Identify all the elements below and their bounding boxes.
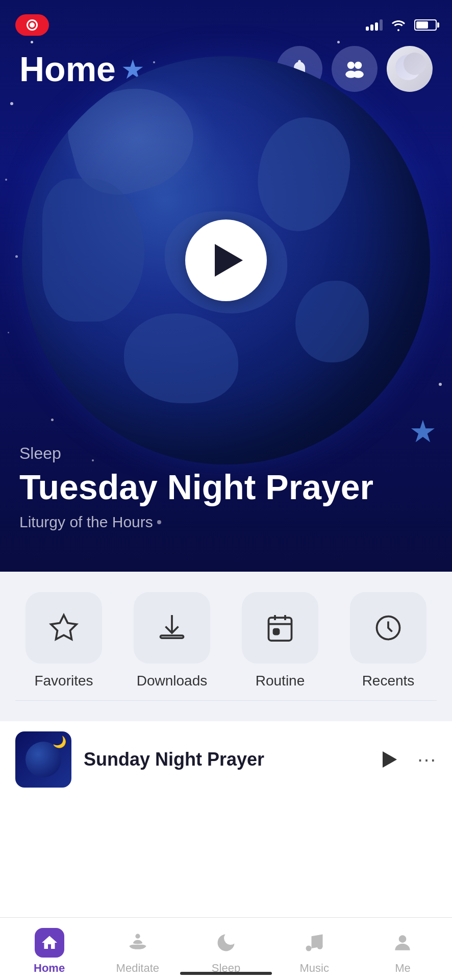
nav-item-meditate[interactable]: Meditate — [93, 928, 182, 975]
signal-bars-icon — [366, 19, 383, 31]
recording-pill — [15, 14, 49, 36]
nav-label-music: Music — [299, 962, 329, 975]
download-icon — [157, 612, 187, 643]
status-bar-left — [15, 14, 49, 36]
blue-star-decoration: ★ — [409, 413, 437, 449]
star-decoration — [31, 41, 33, 43]
recent-item: 🌙 Sunday Night Prayer ··· — [15, 731, 437, 788]
quick-item-recents[interactable]: Recents — [340, 592, 437, 689]
recent-section: 🌙 Sunday Night Prayer ··· — [0, 721, 452, 798]
calendar-icon — [265, 612, 295, 643]
sleep-moon-icon — [215, 932, 237, 954]
downloads-label: Downloads — [137, 673, 208, 689]
play-icon — [215, 244, 243, 277]
quick-access-grid: Favorites Downloads — [15, 592, 437, 689]
status-bar — [0, 0, 452, 41]
clock-icon — [373, 612, 404, 643]
recents-label: Recents — [362, 673, 415, 689]
music-icon — [303, 932, 325, 954]
recent-play-button[interactable] — [374, 744, 405, 775]
hero-title: Tuesday Night Prayer — [19, 468, 373, 506]
globe-illustration — [22, 56, 430, 464]
nav-item-me[interactable]: Me — [359, 928, 447, 975]
svg-point-12 — [306, 946, 312, 951]
nav-label-me: Me — [395, 962, 411, 975]
more-options-button[interactable]: ··· — [417, 749, 437, 771]
battery-icon — [414, 19, 437, 31]
moon-badge: 🌙 — [53, 736, 66, 749]
star-decoration — [8, 332, 9, 333]
quick-item-routine[interactable]: Routine — [232, 592, 329, 689]
nav-item-music[interactable]: Music — [270, 928, 359, 975]
nav-item-sleep[interactable]: Sleep — [182, 928, 270, 975]
favorites-label: Favorites — [34, 673, 93, 689]
svg-point-13 — [317, 944, 323, 949]
recent-thumbnail: 🌙 — [15, 731, 71, 788]
svg-point-14 — [399, 935, 407, 943]
star-decoration — [5, 179, 7, 181]
meditate-icon — [127, 932, 149, 954]
quick-item-favorites[interactable]: Favorites — [15, 592, 112, 689]
nav-label-meditate: Meditate — [116, 962, 159, 975]
recent-info: Sunday Night Prayer — [84, 749, 362, 770]
svg-rect-4 — [161, 635, 184, 638]
play-button[interactable] — [185, 219, 267, 301]
star-decoration — [15, 255, 18, 258]
me-icon — [391, 932, 414, 954]
routine-label: Routine — [256, 673, 305, 689]
wifi-icon — [390, 18, 407, 32]
svg-rect-9 — [274, 629, 279, 634]
recent-title: Sunday Night Prayer — [84, 749, 362, 770]
star-decoration — [10, 102, 13, 105]
nav-item-home[interactable]: Home — [5, 928, 93, 975]
home-icon — [40, 934, 59, 952]
svg-point-11 — [135, 934, 140, 939]
bottom-navigation: Home Meditate Sleep Mus — [0, 917, 452, 980]
quick-access-section: Favorites Downloads — [0, 572, 452, 721]
section-divider — [15, 700, 437, 701]
quick-item-downloads[interactable]: Downloads — [123, 592, 220, 689]
star-decoration — [439, 383, 442, 386]
status-bar-right — [366, 18, 437, 32]
nav-label-home: Home — [34, 962, 65, 975]
hero-text: Sleep Tuesday Night Prayer Liturgy of th… — [19, 444, 373, 531]
svg-rect-5 — [269, 618, 292, 641]
star-icon — [48, 612, 79, 643]
hero-section: Home ★ — [0, 0, 452, 572]
hero-category: Sleep — [19, 444, 373, 463]
play-icon — [383, 751, 397, 768]
hero-subtitle: Liturgy of the Hours — [19, 513, 373, 531]
recording-dot — [27, 19, 38, 31]
recent-actions: ··· — [374, 744, 437, 775]
star-decoration — [337, 41, 340, 43]
home-indicator — [180, 972, 272, 975]
